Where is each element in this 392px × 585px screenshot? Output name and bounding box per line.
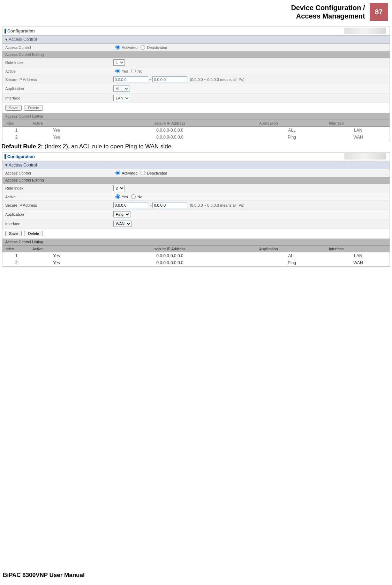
radio-no-label: No xyxy=(137,69,142,73)
row-application: Application ALL xyxy=(2,84,390,94)
list-header: Index Active secure IP Address Applicati… xyxy=(2,120,390,127)
radio-deactivated[interactable] xyxy=(141,45,145,50)
radio-activated-label: Activated xyxy=(122,45,137,50)
caption-bold: Default Rule 2: xyxy=(1,143,43,150)
section-access-control: Access Control xyxy=(2,161,390,169)
list-row: 1 Yes 0.0.0.0-0.0.0.0 ALL LAN xyxy=(2,127,390,134)
config-title: Configuration xyxy=(7,154,35,159)
ip-hint: (0.0.0.0 ~ 0.0.0.0 means all IPs) xyxy=(190,77,244,82)
radio-deactivated-label: Deactivated xyxy=(147,171,167,175)
row-active: Active Yes No xyxy=(2,193,390,201)
col-index: Index xyxy=(2,246,30,252)
cell-idx: 2 xyxy=(2,134,30,141)
select-rule-index[interactable]: 1 xyxy=(113,59,125,66)
page-header: Device Configuration / Access Management… xyxy=(0,0,392,24)
cell-idx: 1 xyxy=(2,127,30,134)
select-rule-index[interactable]: 2 xyxy=(113,185,125,191)
button-row: Save Delete xyxy=(2,229,390,239)
subhead-listing: Access Control Listing xyxy=(2,113,390,120)
label-secure-ip: Secure IP Address xyxy=(5,203,113,207)
row-interface: Interface WAN xyxy=(2,219,390,229)
cell-idx: 2 xyxy=(2,259,30,266)
cell-app: Ping xyxy=(257,259,327,266)
cell-app: ALL xyxy=(257,252,327,259)
label-active: Active xyxy=(5,69,113,73)
label-active: Active xyxy=(5,195,113,199)
caption-rest: (Index 2), an ACL rule to open Ping to W… xyxy=(43,143,173,150)
row-access-control: Access Control Activated Deactivated xyxy=(2,44,390,51)
radio-yes-label: Yes xyxy=(122,69,128,73)
radio-deactivated[interactable] xyxy=(141,171,145,175)
col-int: Interface xyxy=(327,120,390,126)
select-interface[interactable]: WAN xyxy=(113,221,131,227)
col-app: Application xyxy=(257,120,327,126)
radio-no-label: No xyxy=(137,195,142,199)
radio-yes[interactable] xyxy=(115,69,120,73)
col-active: Active xyxy=(30,246,83,252)
radio-no[interactable] xyxy=(131,194,136,199)
label-access-control: Access Control xyxy=(5,171,113,175)
page-title: Device Configuration / Access Management xyxy=(291,3,365,20)
cell-ip: 0.0.0.0-0.0.0.0 xyxy=(83,259,257,266)
label-rule-index: Rule Index xyxy=(5,60,113,65)
select-interface[interactable]: LAN xyxy=(113,95,130,101)
ip-from[interactable] xyxy=(113,202,148,208)
select-application[interactable]: ALL xyxy=(113,86,129,92)
row-rule-index: Rule Index 1 xyxy=(2,58,390,67)
title-line2: Access Management xyxy=(296,12,365,20)
save-button[interactable]: Save xyxy=(5,231,22,236)
row-secure-ip: Secure IP Address ~ (0.0.0.0 ~ 0.0.0.0 m… xyxy=(2,75,390,84)
row-application: Application Ping xyxy=(2,210,390,219)
section-label: Access Control xyxy=(9,37,37,42)
section-access-control: Access Control xyxy=(2,35,390,44)
cell-app: Ping xyxy=(257,134,327,141)
ip-from[interactable] xyxy=(113,76,148,82)
button-row: Save Delete xyxy=(2,103,390,113)
ip-to[interactable] xyxy=(152,76,187,82)
section-label: Access Control xyxy=(9,163,37,168)
cell-act: Yes xyxy=(30,127,83,134)
cell-int: WAN xyxy=(327,259,390,266)
cell-int: LAN xyxy=(327,252,390,259)
delete-button[interactable]: Delete xyxy=(24,231,43,236)
list-row: 1 Yes 0.0.0.0-0.0.0.0 ALL LAN xyxy=(2,252,390,259)
cell-ip: 0.0.0.0-0.0.0.0 xyxy=(83,252,257,259)
cell-act: Yes xyxy=(30,134,83,141)
save-button[interactable]: Save xyxy=(5,105,22,111)
radio-yes-label: Yes xyxy=(122,195,128,199)
delete-button[interactable]: Delete xyxy=(24,105,43,111)
col-ip: secure IP Address xyxy=(83,120,257,126)
cell-app: ALL xyxy=(257,127,327,134)
radio-activated[interactable] xyxy=(115,171,120,175)
bluepipe-icon xyxy=(5,154,6,159)
col-app: Application xyxy=(257,246,327,252)
list-header: Index Active secure IP Address Applicati… xyxy=(2,245,390,252)
row-access-control: Access Control Activated Deactivated xyxy=(2,169,390,177)
footer-text: BiPAC 6300VNP User Manual xyxy=(3,572,85,579)
cell-idx: 1 xyxy=(2,252,30,259)
config-topbar: Configuration xyxy=(2,153,390,161)
label-interface: Interface xyxy=(5,96,113,100)
cell-act: Yes xyxy=(30,252,83,259)
ip-hint: (0.0.0.0 ~ 0.0.0.0 means all IPs) xyxy=(190,203,244,207)
col-int: Interface xyxy=(327,246,390,252)
screenshot-rule1: Configuration Access Control Access Cont… xyxy=(2,27,390,141)
default-rule-caption: Default Rule 2: (Index 2), an ACL rule t… xyxy=(1,143,389,150)
select-application[interactable]: Ping xyxy=(113,211,130,217)
label-application: Application xyxy=(5,212,113,216)
row-active: Active Yes No xyxy=(2,67,390,75)
label-secure-ip: Secure IP Address xyxy=(5,77,113,82)
subhead-editing: Access Control Editing xyxy=(2,177,390,184)
row-interface: Interface LAN xyxy=(2,94,390,103)
subhead-listing: Access Control Listing xyxy=(2,239,390,245)
radio-activated[interactable] xyxy=(115,45,120,50)
screenshot-rule2: Configuration Access Control Access Cont… xyxy=(2,152,390,267)
chevron-down-icon xyxy=(5,163,9,168)
radio-no[interactable] xyxy=(131,69,136,73)
ip-sep: ~ xyxy=(149,203,151,207)
device-image xyxy=(344,28,386,34)
radio-activated-label: Activated xyxy=(122,171,137,175)
col-index: Index xyxy=(2,120,30,126)
radio-yes[interactable] xyxy=(115,194,120,199)
ip-to[interactable] xyxy=(152,202,187,208)
